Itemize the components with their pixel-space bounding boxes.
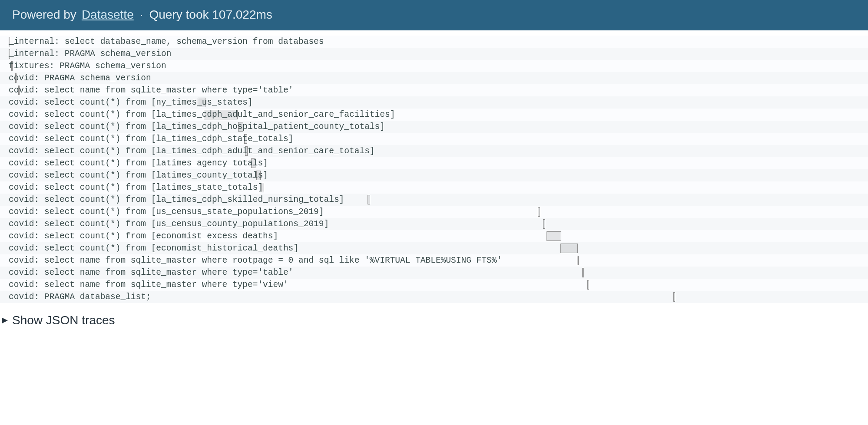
trace-text: covid: select count(*) from [la_times_cd… [9,146,375,156]
trace-row: covid: select count(*) from [latimes_age… [0,157,868,169]
trace-text: covid: select name from sqlite_master wh… [9,256,502,265]
trace-text: covid: PRAGMA database_list; [9,292,151,302]
trace-row: fixtures: PRAGMA schema_version [0,60,868,72]
trace-row: covid: select count(*) from [us_census_s… [0,206,868,218]
query-took-label: Query took 107.022ms [149,8,272,22]
trace-row: covid: select count(*) from [la_times_cd… [0,109,868,121]
trace-text: covid: select count(*) from [economist_e… [9,231,278,241]
trace-text: covid: select count(*) from [latimes_cou… [9,171,268,180]
show-json-traces-toggle[interactable]: ▶ Show JSON traces [0,306,868,336]
trace-row: covid: select name from sqlite_master wh… [0,279,868,291]
trace-row: covid: select name from sqlite_master wh… [0,84,868,96]
powered-by-label: Powered by [12,8,76,22]
trace-text: covid: select count(*) from [latimes_age… [9,158,268,168]
timing-bar [582,268,584,277]
disclosure-label: Show JSON traces [12,313,115,327]
trace-row: _internal: select database_name, schema_… [0,36,868,48]
timing-bar [577,256,579,265]
trace-row: covid: select count(*) from [us_census_c… [0,218,868,230]
timing-bar [673,292,675,302]
trace-row: _internal: PRAGMA schema_version [0,48,868,60]
timing-bar [547,231,561,241]
trace-row: covid: PRAGMA database_list; [0,291,868,303]
trace-text: covid: select count(*) from [economist_h… [9,244,298,253]
trace-text: covid: select count(*) from [latimes_sta… [9,183,263,192]
trace-text: covid: select count(*) from [la_times_cd… [9,134,293,144]
trace-text: covid: select name from sqlite_master wh… [9,86,293,95]
trace-text: _internal: select database_name, schema_… [9,37,324,46]
trace-text: covid: select count(*) from [la_times_cd… [9,110,395,119]
trace-text: _internal: PRAGMA schema_version [9,49,171,59]
trace-row: covid: select name from sqlite_master wh… [0,267,868,279]
trace-text: covid: select count(*) from [us_census_c… [9,219,329,229]
trace-text: covid: select name from sqlite_master wh… [9,280,288,290]
disclosure-triangle-icon: ▶ [2,315,8,325]
trace-row: covid: select count(*) from [la_times_cd… [0,194,868,206]
trace-text: covid: select name from sqlite_master wh… [9,268,293,277]
timing-bar [560,244,578,253]
trace-row: covid: select count(*) from [la_times_cd… [0,133,868,145]
trace-row: covid: select count(*) from [la_times_cd… [0,145,868,157]
trace-text: covid: select count(*) from [la_times_cd… [9,195,344,204]
trace-text: covid: PRAGMA schema_version [9,73,151,83]
trace-row: covid: select count(*) from [la_times_cd… [0,121,868,133]
trace-text: fixtures: PRAGMA schema_version [9,61,166,71]
trace-text: covid: select count(*) from [ny_times_us… [9,98,253,107]
trace-row: covid: select count(*) from [latimes_sta… [0,181,868,194]
trace-row: covid: select count(*) from [latimes_cou… [0,169,868,181]
timing-bar [538,207,540,217]
trace-row: covid: select count(*) from [ny_times_us… [0,96,868,109]
trace-row: covid: PRAGMA schema_version [0,72,868,84]
footer-bar: Powered by Datasette · Query took 107.02… [0,0,868,30]
timing-bar [368,195,370,204]
separator-dot: · [140,8,143,22]
trace-text: covid: select count(*) from [la_times_cd… [9,122,385,132]
trace-row: covid: select count(*) from [economist_e… [0,230,868,242]
trace-row: covid: select name from sqlite_master wh… [0,254,868,267]
datasette-link[interactable]: Datasette [82,8,134,22]
trace-text: covid: select count(*) from [us_census_s… [9,207,324,217]
trace-row: covid: select count(*) from [economist_h… [0,242,868,254]
timing-bar [587,280,589,290]
trace-list: _internal: select database_name, schema_… [0,30,868,306]
timing-bar [543,219,545,229]
